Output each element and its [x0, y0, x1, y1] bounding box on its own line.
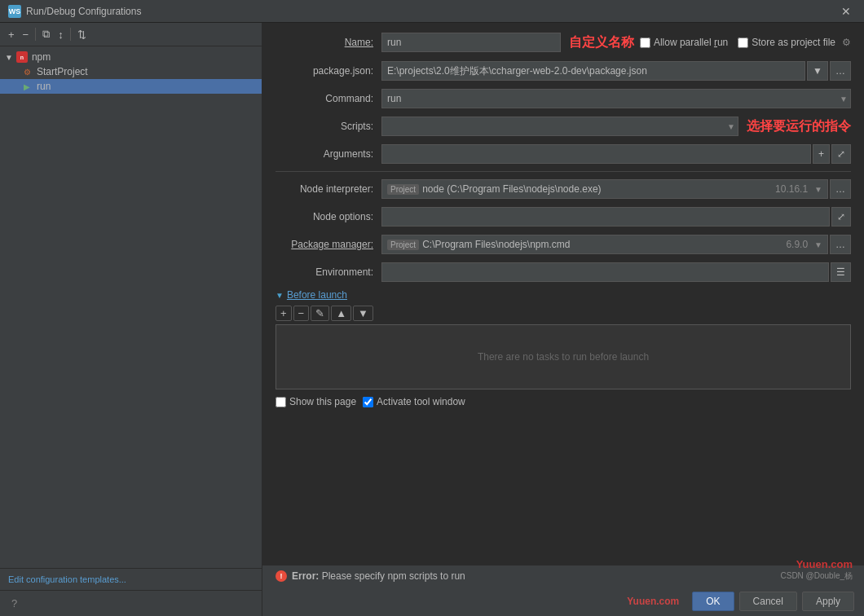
bl-edit-btn[interactable]: ✎ — [311, 306, 329, 321]
activate-tool-checkbox[interactable] — [363, 397, 373, 407]
package-manager-wrap: Project C:\Program Files\nodejs\npm.cmd … — [381, 235, 851, 254]
command-row: Command: run ▼ — [276, 88, 851, 109]
before-launch-empty-text: There are no tasks to run before launch — [478, 351, 649, 363]
node-interpreter-row: Node interpreter: Project node (C:\Progr… — [276, 178, 851, 200]
show-page-checkbox-wrap[interactable]: Show this page — [276, 396, 356, 407]
close-button[interactable]: ✕ — [836, 3, 856, 20]
pkg-mgr-path: C:\Program Files\nodejs\npm.cmd — [422, 239, 782, 250]
allow-parallel-checkbox[interactable] — [640, 37, 650, 48]
name-label: Name: — [276, 37, 381, 48]
name-annotation-text: 自定义名称 — [569, 34, 634, 51]
node-options-row: Node options: ⤢ — [276, 206, 851, 227]
toolbar-separator — [35, 28, 36, 41]
activate-tool-checkbox-wrap[interactable]: Activate tool window — [363, 396, 465, 407]
name-section: Name: 自定义名称 — [276, 33, 640, 52]
arguments-area: + ⤢ — [381, 144, 851, 164]
interpreter-badge: Project — [387, 184, 419, 195]
bl-remove-btn[interactable]: − — [293, 306, 310, 321]
show-page-label: Show this page — [289, 396, 356, 407]
interpreter-path: node (C:\Program Files\nodejs\node.exe) — [422, 183, 772, 195]
store-project-checkbox-wrap[interactable]: Store as project file ⚙ — [738, 37, 851, 48]
ok-button[interactable]: OK — [692, 592, 734, 611]
environment-edit-btn[interactable]: ☰ — [831, 262, 851, 282]
package-json-browse-btn[interactable]: … — [830, 61, 851, 81]
tree-group-npm[interactable]: ▼ n npm — [0, 50, 262, 64]
before-launch-label[interactable]: Before launch — [287, 289, 347, 301]
bl-up-btn[interactable]: ▲ — [331, 306, 351, 321]
tree-item-run[interactable]: ▶ run — [0, 79, 262, 94]
package-json-label: package.json: — [276, 65, 381, 77]
arguments-label: Arguments: — [276, 148, 381, 160]
scripts-annotation-text: 选择要运行的指令 — [747, 118, 851, 135]
allow-parallel-checkbox-wrap[interactable]: Allow parallel run — [640, 37, 728, 48]
copy-config-button[interactable]: ⧉ — [39, 26, 53, 42]
package-json-row: package.json: ▼ … — [276, 60, 851, 81]
pkg-mgr-browse-btn[interactable]: … — [830, 235, 851, 254]
sidebar: + − ⧉ ↕ ⇅ ▼ n npm ⚙ StartProject ▶ run — [0, 23, 262, 616]
window-title: Run/Debug Configurations — [26, 6, 836, 17]
header-row: Name: 自定义名称 Allow parallel run Store as … — [276, 33, 851, 52]
edit-templates-link[interactable]: Edit configuration templates... — [8, 574, 126, 584]
toolbar-separator-2 — [70, 28, 71, 41]
add-config-button[interactable]: + — [5, 27, 18, 42]
tree-item-startproject[interactable]: ⚙ StartProject — [0, 64, 262, 79]
move-config-button[interactable]: ↕ — [55, 27, 67, 42]
environment-row: Environment: ☰ — [276, 262, 851, 283]
divider-1 — [276, 171, 851, 172]
pkg-mgr-version: 6.9.0 — [786, 239, 808, 250]
store-project-settings-icon[interactable]: ⚙ — [842, 37, 851, 48]
tree-group-label: npm — [32, 51, 51, 63]
node-interpreter-field-wrap: Project node (C:\Program Files\nodejs\no… — [381, 179, 851, 199]
scripts-row: Scripts: ▼ 选择要运行的指令 — [276, 116, 851, 137]
arguments-row: Arguments: + ⤢ — [276, 143, 851, 165]
form-area: Name: 自定义名称 Allow parallel run Store as … — [262, 23, 864, 565]
store-project-checkbox[interactable] — [738, 37, 748, 48]
name-input[interactable] — [381, 33, 561, 52]
scripts-label: Scripts: — [276, 121, 381, 132]
bottom-options: Show this page Activate tool window — [276, 389, 851, 411]
before-launch-toolbar: + − ✎ ▲ ▼ — [276, 306, 851, 321]
apply-button[interactable]: Apply — [802, 592, 854, 611]
package-json-field-wrap: ▼ … — [381, 61, 851, 81]
remove-config-button[interactable]: − — [20, 27, 33, 42]
sidebar-toolbar: + − ⧉ ↕ ⇅ — [0, 23, 262, 46]
error-icon: ! — [276, 570, 287, 582]
pkg-mgr-badge: Project — [387, 240, 419, 250]
scripts-select[interactable] — [381, 117, 738, 136]
header-right-options: Allow parallel run Store as project file… — [640, 37, 851, 48]
chevron-down-icon: ▼ — [5, 53, 13, 62]
node-options-label: Node options: — [276, 211, 381, 222]
bl-down-btn[interactable]: ▼ — [353, 306, 373, 321]
arguments-add-btn[interactable]: + — [813, 144, 830, 164]
interpreter-browse-btn[interactable]: … — [830, 179, 851, 199]
arguments-expand-btn[interactable]: ⤢ — [831, 144, 851, 164]
interpreter-chevron-icon[interactable]: ▼ — [814, 185, 822, 194]
node-options-expand-btn[interactable]: ⤢ — [831, 207, 851, 227]
error-bar: ! Error: Please specify npm scripts to r… — [262, 565, 864, 587]
node-interpreter-label: Node interpreter: — [276, 183, 381, 195]
tree-item-label: StartProject — [37, 66, 88, 77]
npm-icon: n — [16, 51, 28, 63]
allow-parallel-label: Allow parallel run — [654, 37, 728, 48]
activate-tool-label: Activate tool window — [377, 396, 465, 407]
environment-input[interactable] — [381, 262, 829, 282]
node-options-input[interactable] — [381, 207, 830, 227]
scripts-select-wrap: ▼ — [381, 117, 738, 136]
interpreter-display: Project node (C:\Program Files\nodejs\no… — [381, 179, 828, 199]
node-options-wrap: ⤢ — [381, 207, 851, 227]
sort-config-button[interactable]: ⇅ — [74, 27, 90, 42]
bl-add-btn[interactable]: + — [276, 306, 292, 321]
run-icon: ▶ — [21, 81, 33, 92]
before-launch-chevron-icon[interactable]: ▼ — [276, 291, 284, 300]
package-json-input[interactable] — [381, 61, 805, 81]
show-page-checkbox[interactable] — [276, 397, 286, 407]
arguments-input[interactable] — [381, 144, 811, 164]
watermark-text: Yuuen.com — [627, 596, 679, 607]
pkg-mgr-chevron-icon[interactable]: ▼ — [814, 240, 822, 249]
error-text: Error: Please specify npm scripts to run — [292, 570, 465, 582]
cancel-button[interactable]: Cancel — [739, 592, 797, 611]
command-select[interactable]: run — [381, 89, 851, 108]
help-button[interactable]: ? — [7, 594, 22, 613]
package-manager-row: Package manager: Project C:\Program File… — [276, 234, 851, 255]
package-json-chevron-btn[interactable]: ▼ — [807, 61, 828, 81]
